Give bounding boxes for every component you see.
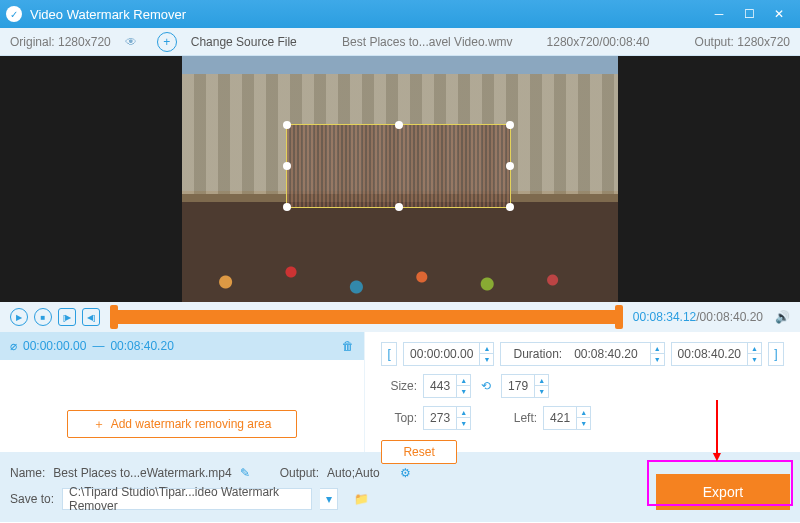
top-label: Top: <box>381 411 417 425</box>
link-aspect-icon[interactable]: ⟲ <box>477 379 495 393</box>
saveto-label: Save to: <box>10 492 54 506</box>
eraser-icon: ⌀ <box>10 339 17 353</box>
current-time: 00:08:34.12 <box>633 310 696 324</box>
delete-segment-icon[interactable]: 🗑 <box>342 339 354 353</box>
left-input[interactable]: 421▲▼ <box>543 406 591 430</box>
duration-input[interactable]: Duration:00:08:40.20▲▼ <box>500 342 664 366</box>
output-settings-icon[interactable]: ⚙ <box>400 466 411 480</box>
playback-controls: ▶ ■ [▶ ◀] 00:08:34.12/00:08:40.20 🔊 <box>0 302 800 332</box>
plus-icon: ＋ <box>93 416 105 433</box>
left-label: Left: <box>501 411 537 425</box>
total-time: /00:08:40.20 <box>696 310 763 324</box>
width-input[interactable]: 443▲▼ <box>423 374 471 398</box>
mark-in-button[interactable]: [▶ <box>58 308 76 326</box>
source-info: 1280x720/00:08:40 <box>547 35 650 49</box>
bottom-bar: Name: Best Places to...eWatermark.mp4 ✎ … <box>0 452 800 522</box>
top-input[interactable]: 273▲▼ <box>423 406 471 430</box>
app-logo-icon: ✓ <box>6 6 22 22</box>
save-path[interactable]: C:\Tipard Studio\Tipar...ideo Watermark … <box>62 488 312 510</box>
trim-end-bracket[interactable]: ] <box>768 342 784 366</box>
toolbar: Original: 1280x720 👁 + Change Source Fil… <box>0 28 800 56</box>
mark-out-button[interactable]: ◀] <box>82 308 100 326</box>
rename-icon[interactable]: ✎ <box>240 466 250 480</box>
video-preview[interactable] <box>0 56 800 302</box>
name-label: Name: <box>10 466 45 480</box>
minimize-button[interactable]: ─ <box>704 4 734 24</box>
segment-start: 00:00:00.00 <box>23 339 86 353</box>
export-button[interactable]: Export <box>656 474 790 510</box>
save-path-dropdown[interactable]: ▾ <box>320 488 338 510</box>
trim-start-input[interactable]: 00:00:00.00▲▼ <box>403 342 494 366</box>
trim-end-input[interactable]: 00:08:40.20▲▼ <box>671 342 762 366</box>
size-label: Size: <box>381 379 417 393</box>
segment-end: 00:08:40.20 <box>110 339 173 353</box>
open-folder-icon[interactable]: 📁 <box>354 492 369 506</box>
play-button[interactable]: ▶ <box>10 308 28 326</box>
watermark-selection[interactable] <box>286 124 511 208</box>
height-input[interactable]: 179▲▼ <box>501 374 549 398</box>
change-source-button[interactable]: Change Source File <box>191 35 297 49</box>
output-format: Auto;Auto <box>327 466 380 480</box>
properties-panel: [ 00:00:00.00▲▼ Duration:00:08:40.20▲▼ 0… <box>365 332 800 452</box>
app-title: Video Watermark Remover <box>30 7 704 22</box>
close-button[interactable]: ✕ <box>764 4 794 24</box>
output-label: Output: <box>280 466 319 480</box>
titlebar: ✓ Video Watermark Remover ─ ☐ ✕ <box>0 0 800 28</box>
original-resolution: Original: 1280x720 <box>10 35 111 49</box>
preview-toggle-icon[interactable]: 👁 <box>125 35 137 49</box>
annotation-arrowhead: ▼ <box>710 448 724 464</box>
output-resolution: Output: 1280x720 <box>695 35 790 49</box>
trim-start-bracket[interactable]: [ <box>381 342 397 366</box>
add-source-icon[interactable]: + <box>157 32 177 52</box>
segment-row[interactable]: ⌀ 00:00:00.00 — 00:08:40.20 🗑 <box>0 332 364 360</box>
output-name: Best Places to...eWatermark.mp4 <box>53 466 231 480</box>
source-filename: Best Places to...avel Video.wmv <box>342 35 513 49</box>
stop-button[interactable]: ■ <box>34 308 52 326</box>
seek-track[interactable] <box>112 310 621 324</box>
volume-icon[interactable]: 🔊 <box>775 310 790 324</box>
segments-panel: ⌀ 00:00:00.00 — 00:08:40.20 🗑 ＋Add water… <box>0 332 365 452</box>
add-area-button[interactable]: ＋Add watermark removing area <box>67 410 297 438</box>
maximize-button[interactable]: ☐ <box>734 4 764 24</box>
